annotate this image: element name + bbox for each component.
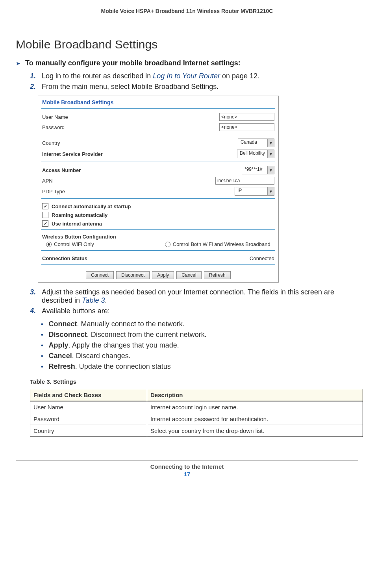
bullet-icon: • <box>41 341 43 350</box>
task-arrow-icon: ➤ <box>16 60 20 67</box>
startup-checkbox[interactable]: ✓ <box>42 203 48 209</box>
country-value: Canada <box>238 139 267 147</box>
table-row: User Name Internet account login user na… <box>30 401 363 413</box>
step1-prefix: Log in to the router as described in <box>42 72 153 80</box>
access-dropdown[interactable]: *99***1# ▼ <box>242 166 274 174</box>
apply-desc: . Apply the changes that you made. <box>69 341 179 349</box>
step-number: 2. <box>30 83 38 91</box>
document-header: Mobile Voice HSPA+ Broadband 11n Wireles… <box>16 8 358 14</box>
disconnect-button[interactable]: Disconnect <box>116 271 150 279</box>
footer-section: Connecting to the Internet <box>16 463 358 470</box>
table-header: Fields and Check Boxes <box>30 389 147 401</box>
table-header: Description <box>147 389 363 401</box>
password-label: Password <box>42 124 65 130</box>
password-input[interactable] <box>219 123 274 131</box>
bullet-icon: • <box>41 331 43 339</box>
step-text: Adjust the settings as needed based on y… <box>42 288 358 305</box>
settings-table: Fields and Check Boxes Description User … <box>30 389 363 437</box>
chevron-down-icon: ▼ <box>267 187 274 195</box>
table-row: Password Internet account password for a… <box>30 413 363 425</box>
access-label: Access Number <box>42 167 81 173</box>
apply-button[interactable]: Apply <box>152 271 174 279</box>
step-number: 3. <box>30 288 38 305</box>
bullet-text: Cancel. Discard changes. <box>49 352 131 361</box>
refresh-button[interactable]: Refresh <box>204 271 231 279</box>
apply-term: Apply <box>49 341 69 349</box>
conn-status-label: Connection Status <box>42 255 87 261</box>
pdp-value: IP <box>235 187 267 195</box>
pdp-dropdown[interactable]: IP ▼ <box>235 187 274 196</box>
bullet-icon: • <box>41 352 43 361</box>
refresh-desc: . Update the connection status <box>75 362 171 370</box>
refresh-term: Refresh <box>49 362 75 370</box>
isp-value: Bell Mobility <box>237 150 267 158</box>
settings-panel: Mobile Broadband Settings User Name Pass… <box>38 96 279 283</box>
task-title: To manually configure your mobile broadb… <box>25 59 241 67</box>
page-number: 17 <box>16 471 358 477</box>
cancel-term: Cancel <box>49 352 72 360</box>
isp-dropdown[interactable]: Bell Mobility ▼ <box>237 150 274 158</box>
access-value: *99***1# <box>242 166 267 174</box>
antenna-checkbox[interactable]: ✓ <box>42 220 48 227</box>
table-row: Country Select your country from the dro… <box>30 425 363 437</box>
section-heading: Mobile Broadband Settings <box>16 38 358 51</box>
both-label: Control Both WiFi and Wireless Broadband <box>173 241 270 247</box>
step-number: 1. <box>30 72 38 80</box>
connect-desc: . Manually connect to the network. <box>77 320 185 328</box>
chevron-down-icon: ▼ <box>267 150 274 158</box>
page-footer: Connecting to the Internet 17 <box>16 460 358 477</box>
bullet-text: Disconnect. Disconnect from the current … <box>49 331 207 339</box>
table-cell: User Name <box>30 401 147 413</box>
panel-title: Mobile Broadband Settings <box>38 96 278 106</box>
startup-label: Connect automatically at startup <box>52 203 131 209</box>
table-cell: Country <box>30 425 147 437</box>
bullet-icon: • <box>41 362 43 371</box>
bullet-text: Connect. Manually connect to the network… <box>49 320 185 329</box>
cancel-button[interactable]: Cancel <box>176 271 201 279</box>
chevron-down-icon: ▼ <box>267 139 274 147</box>
username-input[interactable] <box>219 113 274 121</box>
chevron-down-icon: ▼ <box>267 166 274 174</box>
pdp-label: PDP Type <box>42 189 65 194</box>
wireless-config-label: Wireless Button Configuration <box>38 233 278 240</box>
step3-suffix: . <box>105 296 107 304</box>
login-link[interactable]: Log In to Your Router <box>153 72 220 80</box>
table-cell: Internet account login user name. <box>147 401 363 413</box>
table-caption: Table 3. Settings <box>30 378 358 385</box>
wifi-only-radio[interactable] <box>46 242 52 247</box>
step-text: From the main menu, select Mobile Broadb… <box>42 83 218 91</box>
table-cell: Internet account password for authentica… <box>147 413 363 425</box>
roaming-checkbox[interactable] <box>42 212 48 218</box>
step-number: 4. <box>30 307 38 315</box>
connect-term: Connect <box>49 320 77 328</box>
apn-label: APN <box>42 178 53 184</box>
disconnect-desc: . Disconnect from the current network. <box>87 331 207 338</box>
isp-label: Internet Service Provider <box>42 151 103 157</box>
connect-button[interactable]: Connect <box>86 271 114 279</box>
apn-input[interactable] <box>215 177 274 185</box>
bullet-text: Apply. Apply the changes that you made. <box>49 341 179 350</box>
bullet-text: Refresh. Update the connection status <box>49 362 171 371</box>
table3-link[interactable]: Table 3 <box>82 296 105 304</box>
country-dropdown[interactable]: Canada ▼ <box>238 139 274 147</box>
step1-suffix: on page 12. <box>220 72 259 80</box>
disconnect-term: Disconnect <box>49 331 87 338</box>
cancel-desc: . Discard changes. <box>72 352 131 360</box>
step-text: Log in to the router as described in Log… <box>42 72 259 80</box>
both-radio[interactable] <box>165 242 170 247</box>
antenna-label: Use internal antenna <box>52 221 102 227</box>
wifi-only-label: Control WiFi Only <box>54 241 94 247</box>
conn-status-value: Connected <box>250 255 274 261</box>
username-label: User Name <box>42 114 68 120</box>
table-cell: Select your country from the drop-down l… <box>147 425 363 437</box>
roaming-label: Roaming automatically <box>52 212 107 218</box>
country-label: Country <box>42 140 60 146</box>
step-text: Available buttons are: <box>42 307 110 315</box>
bullet-icon: • <box>41 320 43 329</box>
table-cell: Password <box>30 413 147 425</box>
